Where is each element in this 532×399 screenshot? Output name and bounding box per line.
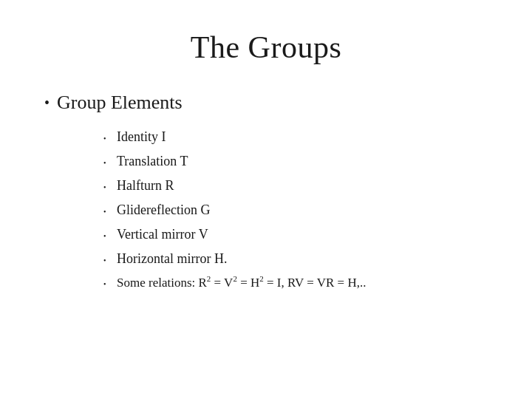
item-text: Glidereflection G [117,200,210,220]
item-text: Halfturn R [117,176,174,196]
list-item: • Vertical mirror V [103,225,488,245]
list-bullet: • [103,206,109,217]
group-elements-list: • Identity I • Translation T • Halfturn … [44,127,488,293]
item-text: Identity I [117,127,166,147]
list-bullet: • [103,231,109,242]
list-item: • Horizontal mirror H. [103,249,488,269]
list-bullet: • [103,133,109,144]
slide-title: The Groups [44,30,488,65]
list-bullet: • [103,255,109,266]
list-item: • Translation T [103,151,488,171]
section-bullet: • [44,95,50,110]
list-item-relations: • Some relations: R2 = V2 = H2 = I, RV =… [103,273,488,293]
list-bullet: • [103,182,109,193]
item-text: Horizontal mirror H. [117,249,227,269]
item-text-relations: Some relations: R2 = V2 = H2 = I, RV = V… [117,273,366,293]
section-heading-text: Group Elements [57,92,183,114]
item-text: Translation T [117,151,188,171]
slide-container: The Groups • Group Elements • Identity I… [0,0,532,399]
list-bullet: • [103,279,109,290]
item-text: Vertical mirror V [117,225,208,245]
list-item: • Halfturn R [103,176,488,196]
list-item: • Glidereflection G [103,200,488,220]
section-heading: • Group Elements [44,92,488,114]
list-item: • Identity I [103,127,488,147]
list-bullet: • [103,157,109,168]
